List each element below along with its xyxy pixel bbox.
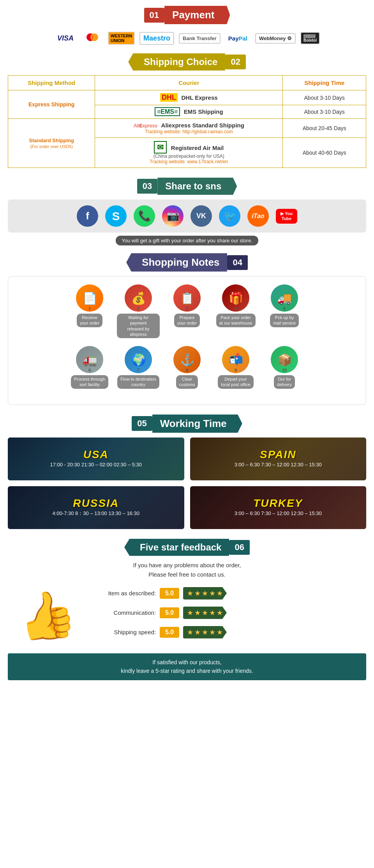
russia-card: RUSSIA 4:00-7:30 8：30 – 13:00 13:30 – 16…	[8, 486, 184, 529]
maestro-logo: Maestro	[139, 32, 174, 45]
note-item-7: 🌍 7 Flow to destinationcountry	[117, 346, 160, 389]
rating-label-3: Shipping speed:	[94, 629, 156, 635]
twitter-icon[interactable]: 🐦	[219, 205, 240, 227]
spain-times: 3:00 – 6:30 7:30 – 12:00 12:30 – 15:30	[235, 461, 322, 469]
note-num-3: 3	[186, 306, 188, 311]
shipping-header: Shipping Choice 02	[8, 53, 366, 71]
instagram-icon[interactable]: 📷	[162, 205, 183, 227]
rating-stars-3: ★ ★ ★ ★ ★	[183, 626, 227, 639]
star-3-4: ★	[209, 628, 215, 637]
mastercard-logo	[81, 31, 103, 46]
note-icon-4: 🎁 4	[222, 284, 249, 312]
note-icon-1: 📄 1	[76, 284, 103, 312]
bank-transfer-logo: Bank Transfer	[179, 33, 221, 44]
star-3-5: ★	[217, 628, 223, 637]
note-item-10: 📦 10 Our fordelivery	[263, 346, 306, 389]
note-num-8: 8	[186, 368, 188, 372]
working-time-section: 05 Working Time USA 17:00 - 20:30 21:30 …	[0, 413, 374, 537]
star-2-4: ★	[209, 609, 215, 617]
spain-overlay: SPAIN 3:00 – 6:30 7:30 – 12:00 12:30 – 1…	[190, 438, 367, 480]
feedback-content: If you have any problems about the order…	[8, 561, 366, 680]
note-item-2: 💰 2 Waiting for paymentreleased by alixp…	[117, 284, 160, 338]
star-2-5: ★	[217, 609, 223, 617]
youtube-icon[interactable]: ▶ YouTube	[276, 209, 297, 224]
note-label-3: Prepareyour order	[174, 314, 200, 327]
rating-label-1: Item as described:	[94, 590, 156, 596]
star-3-3: ★	[202, 628, 208, 637]
thumb-container: 👍	[8, 589, 86, 644]
note-label-10: Our fordelivery	[274, 375, 295, 389]
note-icon-3: 📋 3	[173, 284, 201, 312]
rating-row-1: Item as described: 5.0 ★ ★ ★ ★ ★	[94, 587, 366, 600]
whatsapp-icon[interactable]: 📞	[134, 205, 155, 227]
note-num-4: 4	[235, 306, 237, 311]
russia-overlay: RUSSIA 4:00-7:30 8：30 – 13:00 13:30 – 16…	[8, 486, 184, 529]
note-label-5: Pck up bymail service	[270, 314, 299, 327]
dhl-logo: DHL	[160, 93, 178, 102]
note-icon-10: 📦 10	[271, 346, 298, 373]
ems-time: About 3-10 Days	[283, 105, 366, 119]
ems-courier: ≡EMS≡ EMS Shipping	[95, 105, 283, 119]
standard-method: Standard Shipping (For order over USD5)	[8, 119, 95, 168]
note-label-7: Flow to destinationcountry	[117, 375, 159, 389]
notes-title: Shopping Notes	[126, 253, 227, 272]
payment-header: 01 Payment	[8, 6, 366, 24]
airmail-tracking: Tracking website: www.17track.net/en	[100, 159, 278, 164]
standard-sub: (For order over USD5)	[30, 144, 72, 149]
skype-icon[interactable]: S	[105, 205, 127, 227]
facebook-icon[interactable]: f	[77, 205, 98, 227]
sns-icons-container: f S 📞 📷 VK 🐦 iTao ▶ YouTube	[8, 199, 366, 233]
paypal-logo: PayPal	[225, 34, 251, 43]
rating-score-2: 5.0	[160, 607, 179, 618]
feedback-title: Five star feedback	[124, 539, 229, 556]
airmail-courier: ✉ Registered Air Mail (China post/epacke…	[95, 138, 283, 168]
airmail-sub: (China post/epacket-only for USA)	[100, 153, 278, 159]
feedback-line2: Please feel free to contact us.	[148, 571, 226, 578]
notes-row-2: 🚛 6 Process throughsort facility 🌍 7 Flo…	[16, 346, 358, 389]
note-item-5: 🚚 5 Pck up bymail service	[263, 284, 306, 338]
star-2-3: ★	[202, 609, 208, 617]
feedback-main: 👍 Item as described: 5.0 ★ ★ ★ ★ ★ Commu…	[8, 587, 366, 646]
boletol-logo: |||||||||||Boletol	[300, 32, 320, 44]
visa-logo: VISA	[54, 33, 77, 44]
spain-country: SPAIN	[260, 448, 296, 461]
turkey-country: TURKEY	[253, 497, 303, 510]
feedback-line1: If you have any problems about the order…	[133, 562, 241, 568]
note-item-9: 📬 9 Depart yourlocal post office	[214, 346, 257, 389]
feedback-header: Five star feedback 06	[8, 539, 366, 556]
vk-icon[interactable]: VK	[191, 205, 212, 227]
star-1-5: ★	[217, 589, 223, 598]
note-label-8: Clearcustoms	[176, 375, 198, 389]
note-item-6: 🚛 6 Process throughsort facility	[68, 346, 111, 389]
star-1-1: ★	[187, 589, 193, 598]
table-row: Standard Shipping (For order over USD5) …	[8, 119, 366, 138]
note-num-7: 7	[137, 368, 139, 372]
sns-gift-text: You will get a gift with your order afte…	[116, 236, 258, 245]
ali-tracking: Tracking website: http://global.cainiao.…	[100, 129, 278, 134]
western-union-logo: WESTERNUNION	[108, 32, 135, 45]
note-num-1: 1	[88, 306, 91, 311]
airmail-name: Registered Air Mail	[171, 145, 224, 151]
note-icon-9: 📬 9	[222, 346, 249, 373]
col-courier: Courier	[95, 76, 283, 90]
svg-point-1	[90, 34, 98, 41]
rating-score-1: 5.0	[160, 588, 179, 599]
star-1-3: ★	[202, 589, 208, 598]
feedback-num: 06	[229, 540, 249, 555]
payment-num: 01	[144, 8, 164, 23]
china-post-logo: ✉	[154, 141, 167, 153]
note-icon-6: 🚛 6	[76, 346, 103, 373]
payment-section: 01 Payment VISA WESTERNUNION Maestro Ban…	[0, 0, 374, 51]
note-item-8: ⚓ 8 Clearcustoms	[166, 346, 208, 389]
working-grid: USA 17:00 - 20:30 21:30 – 02:00 02:30 – …	[8, 438, 366, 529]
payment-logos: VISA WESTERNUNION Maestro Bank Transfer …	[8, 29, 366, 48]
notes-box: 📄 1 Receiveyour order 💰 2 Waiting for pa…	[8, 276, 366, 405]
note-num-5: 5	[283, 306, 286, 311]
ali-courier: AliExpress Aliexpress Standard Shipping …	[95, 119, 283, 138]
turkey-card: TURKEY 3:00 – 6:30 7:30 – 12:00 12:30 – …	[190, 486, 367, 529]
feedback-section: Five star feedback 06 If you have any pr…	[0, 537, 374, 688]
itao-icon[interactable]: iTao	[247, 205, 269, 227]
shipping-table: Shipping Method Courier Shipping Time Ex…	[8, 75, 366, 168]
star-1-4: ★	[209, 589, 215, 598]
rating-stars-2: ★ ★ ★ ★ ★	[183, 607, 227, 619]
